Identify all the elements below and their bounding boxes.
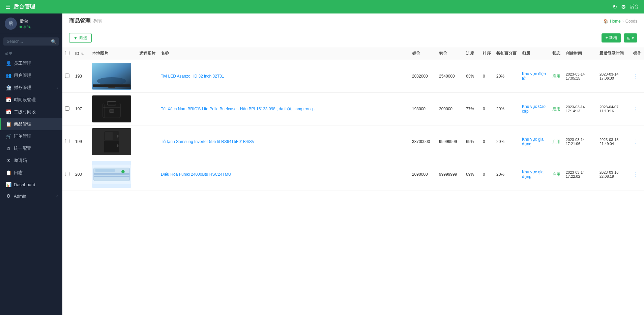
- columns-button[interactable]: ⊞ ▾: [624, 33, 637, 42]
- th-created: 创建时间: [563, 47, 597, 60]
- product-name-link[interactable]: Tivi LED Asanzo HD 32 inch 32T31: [161, 74, 224, 79]
- th-actions: 操作: [631, 47, 644, 60]
- row-price: 2032000: [409, 60, 436, 93]
- sidebar-item-staff[interactable]: 👤 员工管理: [0, 57, 62, 69]
- toolbar-right: + 新增 ⊞ ▾: [602, 33, 637, 42]
- row-price: 2090000: [409, 158, 436, 191]
- svg-rect-15: [117, 144, 119, 147]
- row-belong: Khu vực điện tử: [519, 60, 550, 93]
- sidebar-item-dashboard[interactable]: 📊 Dashboard: [0, 179, 62, 190]
- row-last-login: 2023-03-1417:06:30: [597, 60, 631, 93]
- header-right: ↻ ⚙ 后台: [613, 4, 639, 10]
- row-real-price: 2540000: [436, 60, 463, 93]
- th-local-img: 本地图片: [89, 47, 137, 60]
- product-name-link[interactable]: Tủ lạnh Samsung Inverter 595 lít RS64T5F…: [161, 139, 255, 144]
- svg-rect-7: [109, 110, 114, 113]
- row-actions[interactable]: ⋮: [631, 60, 644, 93]
- row-remote-img: [137, 125, 158, 158]
- row-name: Tủ lạnh Samsung Inverter 595 lít RS64T5F…: [158, 125, 409, 158]
- user-info: 后 后台 在线: [0, 13, 62, 34]
- sidebar-item-invite[interactable]: ✉ 邀请码: [0, 154, 62, 167]
- header-username[interactable]: 后台: [630, 4, 639, 10]
- sidebar-username: 后台: [20, 18, 31, 24]
- filter-label: 筛选: [79, 35, 87, 41]
- product-name-link[interactable]: Túi Xách Nam BRIC'S Life Pelle Briefcase…: [161, 107, 315, 111]
- online-dot: [20, 26, 22, 28]
- sidebar-item-log[interactable]: 📋 日志: [0, 167, 62, 179]
- table-row: 193 Tivi LED Asanzo HD 32 inch 32T31: [62, 60, 644, 93]
- breadcrumb-home[interactable]: Home: [610, 19, 621, 24]
- row-actions[interactable]: ⋮: [631, 93, 644, 125]
- row-checkbox[interactable]: [65, 106, 69, 111]
- th-remote-img: 远程图片: [137, 47, 158, 60]
- svg-point-21: [121, 170, 125, 173]
- sidebar-item-timeslot2[interactable]: 📅 二级时间段: [0, 106, 62, 118]
- header-left: ☰ 后台管理: [5, 3, 35, 10]
- sidebar-item-timeslot[interactable]: 📅 时间段管理: [0, 94, 62, 106]
- row-progress: 63%: [463, 60, 480, 93]
- page-title: 商品管理: [69, 18, 91, 25]
- th-order: 排序: [480, 47, 494, 60]
- row-discount: 20%: [494, 60, 519, 93]
- status-badge: 启用: [552, 74, 560, 79]
- page-subtitle: 列表: [93, 18, 102, 24]
- avatar: 后: [5, 18, 17, 30]
- row-status: 启用: [550, 158, 563, 191]
- product-name-link[interactable]: Điều Hòa Funiki 24000Btu HSC24TMU: [161, 172, 231, 177]
- row-order: 0: [480, 60, 494, 93]
- sidebar-item-label-finance: 财务管理: [14, 85, 31, 91]
- th-real-price: 实价: [436, 47, 463, 60]
- th-last-login: 最后登录时间: [597, 47, 631, 60]
- staff-icon: 👤: [6, 61, 11, 66]
- row-created: 2023-03-1417:14:13: [563, 93, 597, 125]
- row-actions[interactable]: ⋮: [631, 158, 644, 191]
- row-order: 0: [480, 125, 494, 158]
- th-price: 标价: [409, 47, 436, 60]
- sidebar-item-label-orders: 订单管理: [14, 133, 31, 139]
- row-progress: 69%: [463, 158, 480, 191]
- row-remote-img: [137, 60, 158, 93]
- sidebar-item-admin[interactable]: ⚙ Admin ‹: [0, 190, 62, 202]
- page-title-area: 商品管理 列表: [69, 18, 102, 25]
- svg-rect-19: [94, 174, 129, 175]
- sidebar-item-config[interactable]: 🖥 统一配置: [0, 142, 62, 154]
- row-actions[interactable]: ⋮: [631, 125, 644, 158]
- finance-icon: 🏦: [6, 85, 11, 90]
- row-real-price: 200000: [436, 93, 463, 125]
- goods-icon: 📋: [6, 121, 11, 127]
- row-real-price: 99999999: [436, 158, 463, 191]
- sidebar-item-users[interactable]: 👥 用户管理: [0, 69, 62, 82]
- columns-arrow: ▾: [632, 36, 634, 40]
- row-local-img: [89, 93, 137, 125]
- status-badge: 启用: [552, 172, 560, 177]
- row-id: 200: [72, 158, 89, 191]
- th-checkbox: [62, 47, 72, 60]
- sidebar-item-finance[interactable]: 🏦 财务管理 ‹: [0, 82, 62, 94]
- sidebar-item-orders[interactable]: 🛒 订单管理: [0, 130, 62, 142]
- product-image-fridge: [92, 128, 131, 155]
- row-remote-img: [137, 158, 158, 191]
- sidebar-item-label-config: 统一配置: [14, 145, 31, 151]
- online-status: 在线: [23, 24, 31, 29]
- svg-rect-20: [94, 176, 129, 177]
- select-all-checkbox[interactable]: [65, 51, 69, 55]
- search-box: 🔍: [0, 34, 62, 49]
- row-checkbox[interactable]: [65, 139, 69, 143]
- filter-button[interactable]: ▼ 筛选: [69, 33, 92, 43]
- th-id[interactable]: ID ⇅: [72, 47, 89, 60]
- finance-arrow: ‹: [56, 86, 58, 90]
- settings-icon[interactable]: ⚙: [621, 4, 626, 10]
- row-progress: 69%: [463, 125, 480, 158]
- sidebar-item-goods[interactable]: 📋 商品管理: [0, 118, 62, 130]
- svg-rect-12: [104, 141, 119, 153]
- row-discount: 20%: [494, 158, 519, 191]
- new-button[interactable]: + 新增: [602, 33, 621, 42]
- product-image-bag: [92, 95, 131, 122]
- row-checkbox[interactable]: [65, 172, 69, 176]
- refresh-icon[interactable]: ↻: [613, 4, 617, 10]
- app-title: 后台管理: [13, 3, 35, 10]
- row-checkbox[interactable]: [65, 74, 69, 78]
- hamburger-icon[interactable]: ☰: [5, 4, 10, 10]
- row-created: 2023-03-1417:22:02: [563, 158, 597, 191]
- toolbar-left: ▼ 筛选: [69, 33, 92, 43]
